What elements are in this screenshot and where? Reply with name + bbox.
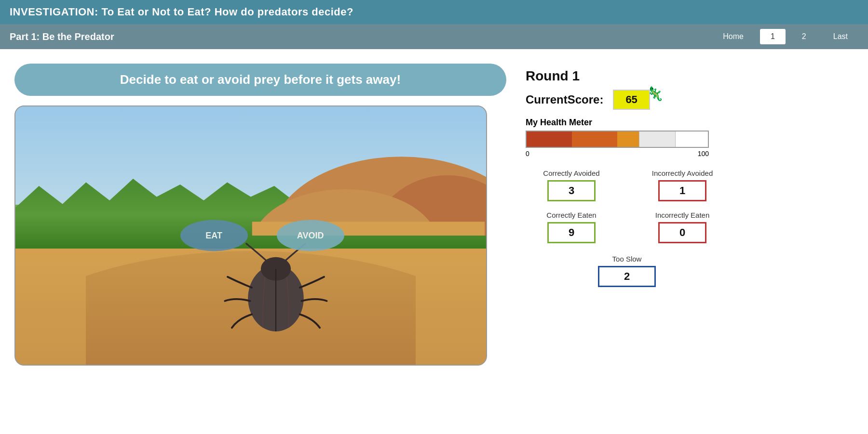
round-title: Round 1 xyxy=(526,68,854,84)
page-2-button[interactable]: 2 xyxy=(791,29,817,44)
health-max: 100 xyxy=(698,150,709,158)
top-banner: INVESTIGATION: To Eat or Not to Eat? How… xyxy=(0,0,868,24)
incorrectly-avoided-value: 1 xyxy=(658,180,706,201)
correctly-avoided-label: Correctly Avoided xyxy=(543,169,599,177)
current-score-label: CurrentScore: xyxy=(526,93,603,106)
correctly-avoided-value: 3 xyxy=(547,180,596,201)
correctly-eaten-value: 9 xyxy=(547,222,596,243)
health-seg-2 xyxy=(572,132,617,147)
instruction-box: Decide to eat or avoid prey before it ge… xyxy=(14,64,506,96)
health-seg-3 xyxy=(617,132,639,147)
instruction-text: Decide to eat or avoid prey before it ge… xyxy=(120,72,401,87)
health-seg-4 xyxy=(639,132,675,147)
eat-button[interactable]: EAT xyxy=(180,220,248,251)
score-display: 65 🦎 xyxy=(613,90,650,110)
score-value: 65 xyxy=(613,90,650,110)
character-icon: 🦎 xyxy=(647,86,664,102)
beetle-image xyxy=(213,239,339,336)
incorrectly-eaten-value: 0 xyxy=(658,222,706,243)
home-button[interactable]: Home xyxy=(712,29,754,44)
left-panel: Decide to eat or avoid prey before it ge… xyxy=(14,64,506,366)
incorrectly-avoided-label: Incorrectly Avoided xyxy=(652,169,713,177)
investigation-title: INVESTIGATION: To Eat or Not to Eat? How… xyxy=(10,6,353,18)
right-panel: Round 1 CurrentScore: 65 🦎 My Health Met… xyxy=(526,64,854,366)
health-numbers: 0 100 xyxy=(526,150,709,158)
scene-container: EAT AVOID xyxy=(14,105,487,366)
last-button[interactable]: Last xyxy=(823,29,858,44)
health-min: 0 xyxy=(526,150,529,158)
stats-grid: Correctly Avoided 3 Incorrectly Avoided … xyxy=(526,169,728,287)
too-slow-value: 2 xyxy=(598,266,656,287)
health-seg-1 xyxy=(527,132,572,147)
stat-correctly-avoided: Correctly Avoided 3 xyxy=(526,169,617,201)
rocky-hills xyxy=(251,119,486,236)
health-meter-label: My Health Meter xyxy=(526,118,854,128)
incorrectly-eaten-label: Incorrectly Eaten xyxy=(655,211,710,219)
avoid-button[interactable]: AVOID xyxy=(277,220,344,251)
stat-too-slow: Too Slow 2 xyxy=(526,255,728,287)
health-meter xyxy=(526,131,709,148)
score-row: CurrentScore: 65 🦎 xyxy=(526,90,854,110)
stat-incorrectly-avoided: Incorrectly Avoided 1 xyxy=(637,169,728,201)
stat-correctly-eaten: Correctly Eaten 9 xyxy=(526,211,617,243)
health-seg-5 xyxy=(675,132,708,147)
too-slow-label: Too Slow xyxy=(612,255,642,263)
nav-bar: Part 1: Be the Predator Home 1 2 Last xyxy=(0,24,868,49)
main-content: Decide to eat or avoid prey before it ge… xyxy=(0,49,868,375)
stat-incorrectly-eaten: Incorrectly Eaten 0 xyxy=(637,211,728,243)
correctly-eaten-label: Correctly Eaten xyxy=(546,211,596,219)
part-title: Part 1: Be the Predator xyxy=(10,31,114,42)
game-buttons: EAT AVOID xyxy=(180,220,344,251)
page-1-button[interactable]: 1 xyxy=(760,29,786,44)
